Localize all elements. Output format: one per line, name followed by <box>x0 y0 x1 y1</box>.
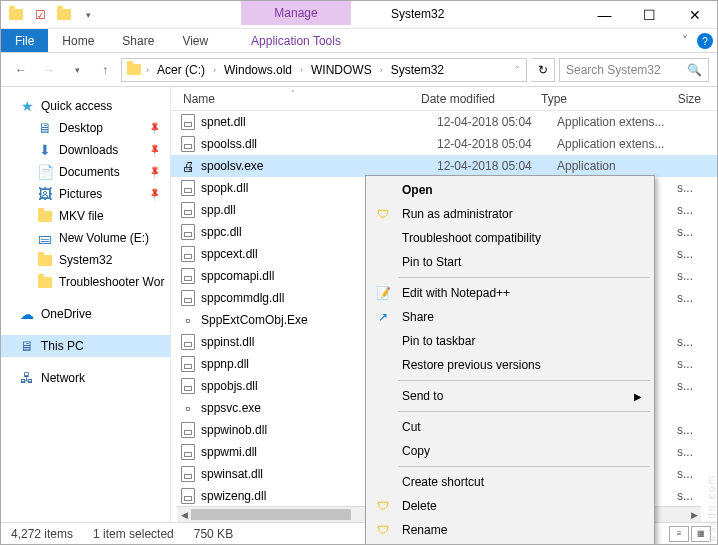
details-view-button[interactable]: ≡ <box>669 526 689 542</box>
file-size: s... <box>677 445 709 459</box>
chevron-right-icon[interactable]: › <box>144 65 151 75</box>
menu-restore[interactable]: Restore previous versions <box>368 353 652 377</box>
sidebar-item-label: Troubleshooter Wor <box>59 275 164 289</box>
close-button[interactable]: ✕ <box>672 1 717 29</box>
folder-icon <box>37 274 53 290</box>
sidebar-item[interactable]: 📄Documents📌 <box>1 161 170 183</box>
file-date: 12-04-2018 05:04 <box>437 137 557 151</box>
qat-customize-icon[interactable]: ▾ <box>77 4 99 26</box>
sidebar-item[interactable]: 🖥Desktop📌 <box>1 117 170 139</box>
chevron-right-icon[interactable]: › <box>298 65 305 75</box>
context-menu: Open 🛡 Run as administrator Troubleshoot… <box>365 175 655 545</box>
dll-icon <box>179 267 197 285</box>
back-button[interactable]: ← <box>9 58 33 82</box>
file-size: s... <box>677 335 709 349</box>
recent-locations-button[interactable]: ▾ <box>65 58 89 82</box>
file-row[interactable]: spnet.dll12-04-2018 05:04Application ext… <box>171 111 717 133</box>
chevron-down-icon[interactable]: ˅ <box>513 65 522 75</box>
menu-pin-start[interactable]: Pin to Start <box>368 250 652 274</box>
pin-icon: 📌 <box>147 121 162 136</box>
crumb-windows[interactable]: WINDOWS <box>307 63 376 77</box>
network[interactable]: 🖧 Network <box>1 367 170 389</box>
up-button[interactable]: ↑ <box>93 58 117 82</box>
forward-button[interactable]: → <box>37 58 61 82</box>
menu-delete[interactable]: 🛡 Delete <box>368 494 652 518</box>
menu-rename[interactable]: 🛡 Rename <box>368 518 652 542</box>
quick-access[interactable]: ★ Quick access <box>1 95 170 117</box>
sidebar-item[interactable]: MKV file <box>1 205 170 227</box>
menu-pin-taskbar[interactable]: Pin to taskbar <box>368 329 652 353</box>
home-tab[interactable]: Home <box>48 29 108 52</box>
file-size: s... <box>677 467 709 481</box>
downloads-icon: ⬇ <box>37 142 53 158</box>
this-pc[interactable]: 🖥 This PC <box>1 335 170 357</box>
help-icon[interactable]: ? <box>697 33 713 49</box>
notepad-icon: 📝 <box>374 284 392 302</box>
menu-copy[interactable]: Copy <box>368 439 652 463</box>
sidebar-item[interactable]: 🖴New Volume (E:) <box>1 227 170 249</box>
file-size: s... <box>677 291 709 305</box>
dll-icon <box>179 113 197 131</box>
crumb-drive[interactable]: Acer (C:) <box>153 63 209 77</box>
properties-qat-icon[interactable]: ☑ <box>29 4 51 26</box>
scrollbar-thumb[interactable] <box>191 509 351 520</box>
search-input[interactable]: Search System32 🔍 <box>559 58 709 82</box>
ribbon: File Home Share View Application Tools ˅… <box>1 29 717 53</box>
sidebar-item[interactable]: System32 <box>1 249 170 271</box>
maximize-button[interactable]: ☐ <box>627 1 672 29</box>
network-label: Network <box>41 371 85 385</box>
dll-icon <box>179 421 197 439</box>
breadcrumb[interactable]: › Acer (C:) › Windows.old › WINDOWS › Sy… <box>121 58 527 82</box>
new-folder-qat-icon[interactable] <box>53 4 75 26</box>
onedrive[interactable]: ☁ OneDrive <box>1 303 170 325</box>
chevron-right-icon[interactable]: › <box>211 65 218 75</box>
minimize-button[interactable]: — <box>582 1 627 29</box>
refresh-button[interactable]: ↻ <box>531 58 555 82</box>
sidebar-item-label: Desktop <box>59 121 103 135</box>
column-type[interactable]: Type <box>541 92 661 106</box>
quick-access-label: Quick access <box>41 99 112 113</box>
file-tab[interactable]: File <box>1 29 48 52</box>
search-icon[interactable]: 🔍 <box>687 63 702 77</box>
column-date[interactable]: Date modified <box>421 92 541 106</box>
sidebar-item[interactable]: 🖼Pictures📌 <box>1 183 170 205</box>
menu-cut[interactable]: Cut <box>368 415 652 439</box>
address-bar: ← → ▾ ↑ › Acer (C:) › Windows.old › WIND… <box>1 53 717 87</box>
dll-icon <box>179 245 197 263</box>
menu-run-admin[interactable]: 🛡 Run as administrator <box>368 202 652 226</box>
chevron-right-icon[interactable]: › <box>378 65 385 75</box>
shield-icon: 🛡 <box>374 205 392 223</box>
file-name: spnet.dll <box>201 115 437 129</box>
folder-icon[interactable] <box>5 4 27 26</box>
view-tab[interactable]: View <box>168 29 222 52</box>
file-size: s... <box>677 181 709 195</box>
file-size: s... <box>677 225 709 239</box>
file-row[interactable]: 🖨spoolsv.exe12-04-2018 05:04Application <box>171 155 717 177</box>
crumb-windows-old[interactable]: Windows.old <box>220 63 296 77</box>
scroll-left-icon[interactable]: ◀ <box>177 507 191 523</box>
menu-troubleshoot[interactable]: Troubleshoot compatibility <box>368 226 652 250</box>
sidebar-item[interactable]: ⬇Downloads📌 <box>1 139 170 161</box>
menu-open[interactable]: Open <box>368 178 652 202</box>
application-tools-tab[interactable]: Application Tools <box>241 29 351 53</box>
menu-create-shortcut[interactable]: Create shortcut <box>368 470 652 494</box>
ribbon-collapse-icon[interactable]: ˅ <box>677 33 693 49</box>
desktop-icon: 🖥 <box>37 120 53 136</box>
crumb-system32[interactable]: System32 <box>387 63 448 77</box>
menu-share[interactable]: ↗ Share <box>368 305 652 329</box>
column-headers: ˄ Name Date modified Type Size <box>171 87 717 111</box>
sidebar-item[interactable]: Troubleshooter Wor <box>1 271 170 293</box>
scroll-right-icon[interactable]: ▶ <box>687 507 701 523</box>
file-row[interactable]: spoolss.dll12-04-2018 05:04Application e… <box>171 133 717 155</box>
star-icon: ★ <box>19 98 35 114</box>
pin-icon: 📌 <box>147 187 162 202</box>
menu-edit-notepadpp[interactable]: 📝 Edit with Notepad++ <box>368 281 652 305</box>
folder-icon <box>37 252 53 268</box>
menu-send-to[interactable]: Send to ▶ <box>368 384 652 408</box>
share-tab[interactable]: Share <box>108 29 168 52</box>
contextual-tab-manage[interactable]: Manage <box>241 1 351 25</box>
cloud-icon: ☁ <box>19 306 35 322</box>
column-size[interactable]: Size <box>661 92 701 106</box>
column-name[interactable]: Name <box>171 92 421 106</box>
file-type: Application extens... <box>557 115 677 129</box>
